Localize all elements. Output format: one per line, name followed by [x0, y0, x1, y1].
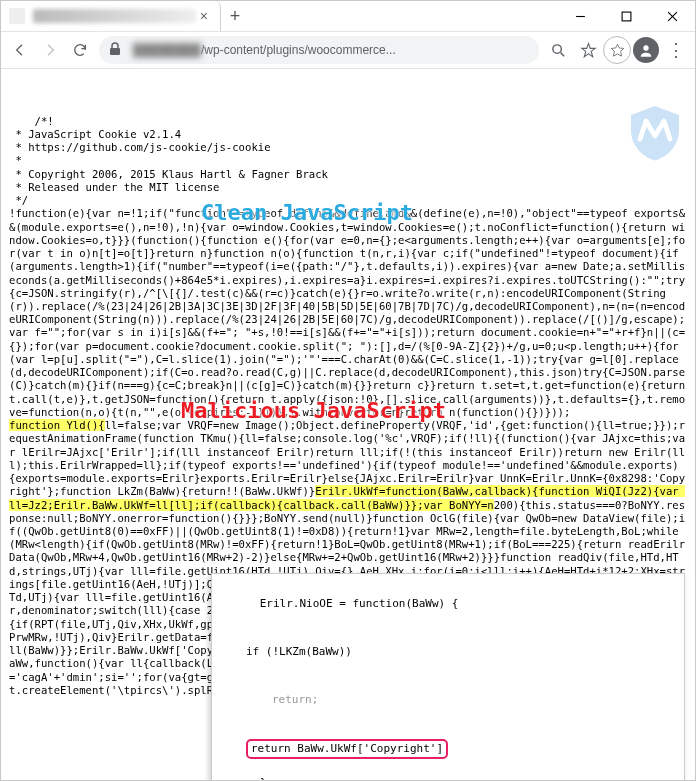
- browser-tab[interactable]: ×: [1, 1, 221, 31]
- url-box[interactable]: ████████ /wp-content/plugins/woocommerce…: [99, 36, 539, 64]
- zoom-icon[interactable]: [543, 35, 573, 65]
- forward-button[interactable]: [35, 35, 65, 65]
- tab-favicon: [9, 8, 25, 24]
- tab-title: [33, 9, 196, 23]
- url-path: /wp-content/plugins/woocommerce...: [201, 43, 396, 57]
- new-tab-button[interactable]: +: [221, 6, 249, 27]
- svg-rect-1: [622, 12, 631, 21]
- url-host: ████████: [133, 43, 201, 57]
- avatar-button[interactable]: [631, 35, 661, 65]
- window-close-button[interactable]: [649, 1, 695, 31]
- svg-rect-4: [110, 48, 120, 55]
- bookmark-icon[interactable]: [573, 35, 603, 65]
- popup-line: Erilr.NioOE = function(BaWw) {: [260, 597, 459, 610]
- menu-button[interactable]: ⋮: [661, 35, 691, 65]
- titlebar: × +: [1, 1, 695, 31]
- reload-button[interactable]: [65, 35, 95, 65]
- browser-window: × + ████████ /wp-content/plugins/woocomm…: [0, 0, 696, 781]
- page-content: /*! * JavaScript Cookie v2.1.4 * https:/…: [1, 69, 695, 780]
- back-button[interactable]: [5, 35, 35, 65]
- window-maximize-button[interactable]: [603, 1, 649, 31]
- tab-close-icon[interactable]: ×: [196, 8, 212, 24]
- malwarebytes-watermark-icon: [625, 77, 685, 137]
- window-minimize-button[interactable]: [557, 1, 603, 31]
- code-popup: Erilr.NioOE = function(BaWw) { if (!LKZm…: [211, 573, 685, 780]
- svg-point-5: [552, 44, 561, 53]
- svg-line-6: [560, 52, 564, 56]
- address-bar: ████████ /wp-content/plugins/woocommerce…: [1, 31, 695, 69]
- popup-line: }: [260, 776, 267, 780]
- code-clean: !function(e){var n=!1;if("function"==typ…: [9, 207, 691, 418]
- lock-icon: [109, 42, 121, 59]
- popup-line: if (!LKZm(BaWw)): [220, 644, 676, 660]
- code-highlight-function: function Yld(){: [9, 419, 105, 431]
- popup-highlight-return: return BaWw.UkWf['Copyright']: [246, 739, 448, 759]
- popup-line: return;: [220, 692, 676, 708]
- extension-icon[interactable]: [603, 36, 631, 64]
- svg-point-7: [643, 45, 648, 50]
- code-comment: /*! * JavaScript Cookie v2.1.4 * https:/…: [9, 115, 328, 206]
